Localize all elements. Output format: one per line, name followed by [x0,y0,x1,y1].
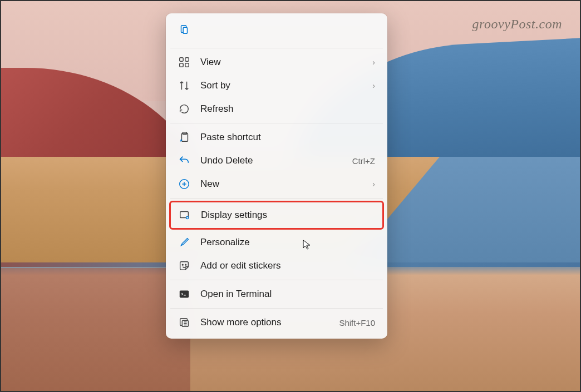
divider [170,48,383,48]
svg-rect-3 [185,58,189,61]
grid-icon [178,56,190,68]
terminal-icon [178,288,190,300]
menu-item-sort-by[interactable]: Sort by › [170,74,383,97]
more-options-icon [178,316,190,329]
svg-rect-13 [180,291,189,298]
divider [170,280,383,280]
paintbrush-icon [178,236,190,249]
plus-circle-icon [178,178,190,190]
menu-item-undo-delete[interactable]: Undo Delete Ctrl+Z [170,149,383,172]
menu-item-add-stickers[interactable]: Add or edit stickers [170,254,383,277]
chevron-right-icon: › [372,58,375,67]
divider [170,123,383,123]
svg-point-11 [182,264,183,265]
menu-item-label: New [200,178,362,190]
menu-item-label: Paste shortcut [200,132,375,143]
watermark: groovyPost.com [472,17,562,32]
menu-header-clipboard[interactable] [170,18,383,46]
svg-rect-4 [180,63,183,67]
menu-item-shortcut: Shift+F10 [339,318,375,328]
display-icon [179,209,191,221]
clipboard-icon [178,28,190,37]
menu-item-label: Personalize [200,237,375,248]
menu-item-label: Sort by [200,80,362,91]
menu-item-label: Add or edit stickers [200,260,375,271]
svg-rect-1 [183,27,187,33]
menu-item-new[interactable]: New › [170,172,383,196]
divider [170,308,383,309]
menu-item-label: Undo Delete [200,155,342,166]
menu-item-display-settings[interactable]: Display settings [169,201,384,230]
menu-item-refresh[interactable]: Refresh [170,97,383,121]
svg-rect-2 [180,58,183,61]
refresh-icon [178,103,190,115]
menu-item-view[interactable]: View › [170,51,383,74]
menu-item-show-more[interactable]: Show more options Shift+F10 [170,311,383,334]
svg-rect-5 [185,63,189,67]
menu-item-label: Display settings [201,210,375,221]
menu-item-open-terminal[interactable]: Open in Terminal [170,282,383,306]
undo-icon [178,155,190,167]
menu-item-label: Refresh [200,103,375,115]
mouse-cursor [302,239,313,250]
chevron-right-icon: › [372,180,375,188]
menu-item-paste-shortcut[interactable]: Paste shortcut [170,126,383,149]
divider [170,198,383,199]
menu-item-label: Show more options [200,317,329,328]
menu-item-shortcut: Ctrl+Z [352,156,375,166]
menu-item-label: Open in Terminal [200,289,375,300]
paste-shortcut-icon [178,131,190,143]
desktop-context-menu: View › Sort by › Refresh [166,13,387,339]
menu-item-label: View [200,57,362,68]
svg-point-12 [185,264,186,265]
menu-item-personalize[interactable]: Personalize [170,231,383,254]
sort-icon [178,80,190,92]
sticker-icon [178,260,190,272]
chevron-right-icon: › [372,81,375,90]
